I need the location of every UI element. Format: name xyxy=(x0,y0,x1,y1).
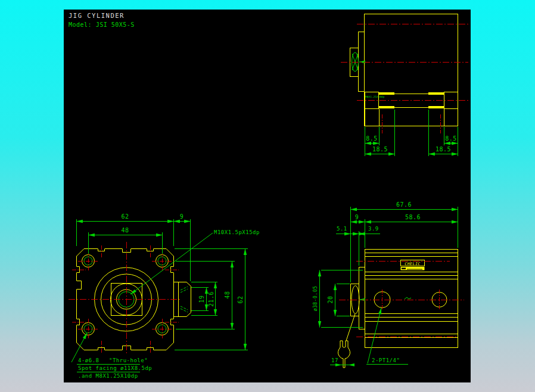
dim-port-inner: 19 xyxy=(198,295,205,303)
dim-front-bolt-v: 48 xyxy=(224,291,231,298)
dim-top-left-inner: 8.5 xyxy=(366,135,378,142)
note-holes: 4-ø6.8 xyxy=(78,357,99,363)
top-view: 8.5 18.5 8.5 18.5 M8X1.25X10dp xyxy=(341,14,468,157)
dim-step: 3.9 xyxy=(368,226,379,232)
hole-notes: 4-ø6.8 °Thru-hole° Spot facing ø11X8.5dp… xyxy=(71,333,152,379)
note-thread: .and M8X1.25X10dp xyxy=(78,373,138,379)
top-view-body xyxy=(365,14,458,126)
dim-front-bolt-h: 48 xyxy=(121,227,129,234)
dim-top-right-inner: 8.5 xyxy=(445,135,457,142)
front-view: 62 48 9 M10X1.5pX15dp 19 21.6 xyxy=(69,213,260,379)
dim-side-body: 58.6 xyxy=(405,214,421,220)
top-view-thread-note: M8X1.25X10dp xyxy=(365,95,385,98)
dim-top-right-outer: 18.5 xyxy=(436,146,451,153)
brand-label: CHELIC xyxy=(405,262,420,266)
brand-plate: CHELIC xyxy=(401,260,425,270)
dim-wrench-flat: 17 xyxy=(331,357,338,363)
cad-drawing: JIG CYLINDER Model: JSI 50X5-S xyxy=(64,10,471,382)
note-thru: °Thru-hole° xyxy=(109,357,148,363)
dim-top-left-outer: 18.5 xyxy=(372,146,388,153)
page-title: JIG CYLINDER xyxy=(69,12,125,19)
desktop-background: JIG CYLINDER Model: JSI 50X5-S xyxy=(0,0,535,392)
drawing-canvas: JIG CYLINDER Model: JSI 50X5-S xyxy=(64,10,471,382)
model-label: Model: JSI 50X5-S xyxy=(69,21,135,28)
wrench-icon xyxy=(338,314,355,368)
side-view: CHELIC xyxy=(313,201,464,368)
dim-rod-square: 20 xyxy=(327,295,334,303)
dim-port-outer: 21.6 xyxy=(208,291,214,307)
dim-front-width: 62 xyxy=(121,213,129,220)
dim-rod-ext: 5.1 xyxy=(337,226,347,232)
tiny-annotation xyxy=(405,297,411,299)
thread-callout: M10X1.5pX15dp xyxy=(214,229,260,235)
dim-side-plate: 9 xyxy=(355,214,359,220)
dim-boss-dia: ø38-0.05 xyxy=(313,286,318,312)
dim-front-boss: 9 xyxy=(180,213,184,220)
title-block: JIG CYLINDER Model: JSI 50X5-S xyxy=(69,12,135,28)
dim-side-overall: 67.6 xyxy=(396,201,412,208)
dim-front-height: 62 xyxy=(237,295,244,303)
port-note: 2-PT1/4" xyxy=(372,357,400,363)
note-spotface: Spot facing ø11X8.5dp xyxy=(78,365,152,371)
